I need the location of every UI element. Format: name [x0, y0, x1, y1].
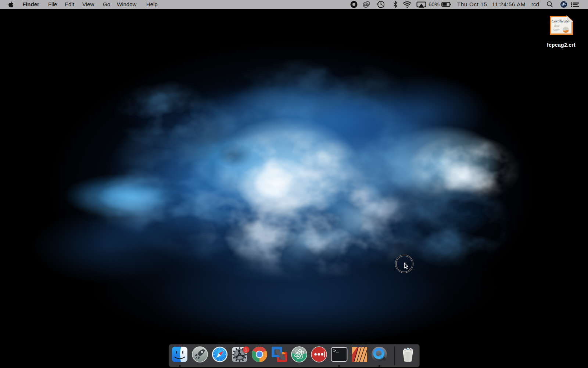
svg-text:Certificate: Certificate — [551, 19, 569, 23]
svg-text:Root: Root — [554, 24, 560, 28]
svg-text:>_: >_ — [333, 348, 339, 354]
svg-text:1: 1 — [245, 348, 247, 352]
